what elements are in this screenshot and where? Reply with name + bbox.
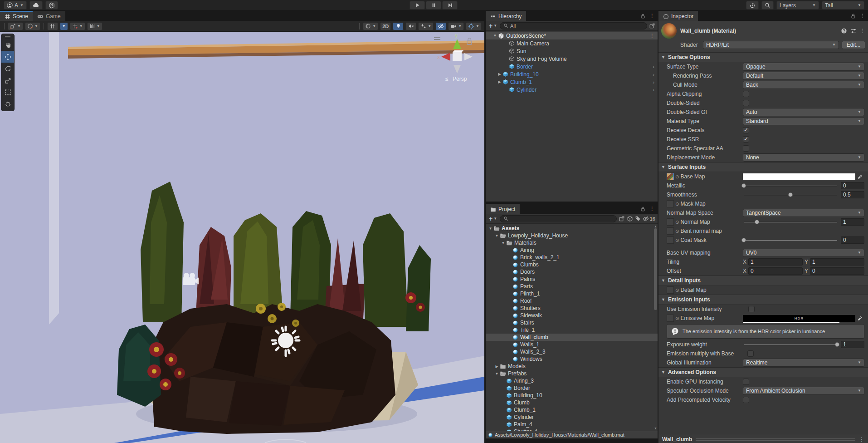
surface-type-dropdown[interactable]: Opaque▼ bbox=[743, 63, 864, 71]
project-material-row[interactable]: Parts bbox=[486, 283, 658, 290]
project-material-row[interactable]: Brick_walls_2_1 bbox=[486, 254, 658, 261]
double-sided-checkbox[interactable] bbox=[743, 100, 749, 106]
project-material-row[interactable]: Shutters bbox=[486, 305, 658, 312]
section-surface-inputs[interactable]: ▼ Surface Inputs bbox=[658, 162, 868, 172]
eyedropper-icon[interactable] bbox=[855, 173, 864, 180]
receive-decals-checkbox[interactable] bbox=[743, 127, 749, 133]
project-folder-row[interactable]: ▼ Prefabs bbox=[486, 370, 658, 377]
displacement-mode-dropdown[interactable]: None▼ bbox=[743, 153, 864, 162]
project-material-row[interactable]: Clumbs bbox=[486, 261, 658, 268]
cull-mode-dropdown[interactable]: Back▼ bbox=[743, 81, 864, 89]
alpha-clipping-checkbox[interactable] bbox=[743, 91, 749, 97]
scene-lighting-toggle[interactable] bbox=[393, 22, 404, 30]
offset-x-field[interactable]: 0 bbox=[748, 267, 803, 275]
kebab-menu-icon[interactable]: ⋮ bbox=[649, 13, 655, 19]
kebab-menu-icon[interactable]: ⋮ bbox=[859, 436, 864, 443]
project-prefab-row[interactable]: Airing_3 bbox=[486, 377, 658, 384]
kebab-menu-icon[interactable]: ⋮ bbox=[860, 28, 865, 34]
coat-mask-slider[interactable] bbox=[744, 237, 837, 243]
unlock-icon[interactable] bbox=[640, 13, 646, 19]
tool-handle-position-dropdown[interactable]: ▼ bbox=[8, 22, 23, 30]
geometric-specular-aa-checkbox[interactable] bbox=[743, 145, 749, 152]
object-picker-icon[interactable]: ⊙ bbox=[675, 316, 679, 321]
tab-project[interactable]: Project bbox=[486, 204, 520, 214]
emissive-hdr-color-swatch[interactable]: HDR bbox=[743, 315, 855, 322]
section-detail-inputs[interactable]: ▼ Detail Inputs bbox=[658, 276, 868, 285]
layers-dropdown[interactable]: Layers ▼ bbox=[776, 1, 819, 10]
presets-icon[interactable] bbox=[850, 28, 857, 34]
project-material-row-selected[interactable]: Wall_clumb bbox=[486, 334, 658, 341]
step-button[interactable] bbox=[442, 1, 458, 10]
create-object-button[interactable]: +▼ bbox=[488, 22, 498, 30]
coat-mask-slot[interactable] bbox=[667, 236, 674, 244]
project-material-row[interactable]: Sidewalk bbox=[486, 312, 658, 319]
tools-overlay[interactable] bbox=[1, 34, 15, 111]
normal-map-slot[interactable] bbox=[667, 218, 674, 226]
metallic-slider[interactable] bbox=[744, 182, 837, 189]
project-material-row[interactable]: Airing bbox=[486, 246, 658, 254]
foldout-arrow-icon[interactable]: ▶ bbox=[497, 80, 502, 84]
shader-edit-button[interactable]: Edit... bbox=[842, 41, 865, 49]
use-emission-intensity-checkbox[interactable] bbox=[748, 306, 755, 312]
tiling-y-field[interactable]: 1 bbox=[810, 258, 864, 266]
section-emission-inputs[interactable]: ▼ Emission Inputs bbox=[658, 295, 868, 305]
account-dropdown[interactable]: A ▼ bbox=[4, 1, 27, 10]
smoothness-value-field[interactable]: 0.5 bbox=[841, 191, 864, 198]
project-material-row[interactable]: Walls_2_3 bbox=[486, 348, 658, 355]
gpu-instancing-checkbox[interactable] bbox=[743, 379, 749, 385]
prefab-chevron-icon[interactable]: › bbox=[653, 72, 658, 77]
bent-normal-map-slot[interactable] bbox=[667, 227, 674, 235]
receive-ssr-checkbox[interactable] bbox=[743, 136, 749, 143]
emissive-map-slot[interactable] bbox=[667, 315, 674, 322]
effects-dropdown[interactable]: ▼ bbox=[418, 22, 434, 30]
snap-increment-dropdown[interactable]: ▼ bbox=[87, 22, 102, 30]
hidden-packages-toggle[interactable]: 16 bbox=[643, 216, 655, 222]
project-folder-row[interactable]: ▶ Models bbox=[486, 363, 658, 370]
tool-handle-rotation-dropdown[interactable]: ▼ bbox=[25, 22, 40, 30]
metallic-value-field[interactable]: 0 bbox=[841, 182, 864, 189]
emission-multiply-base-checkbox[interactable] bbox=[747, 350, 754, 357]
exposure-weight-slider[interactable] bbox=[744, 341, 837, 348]
foldout-arrow-icon[interactable]: ▼ bbox=[492, 34, 498, 38]
project-material-row[interactable]: Tile_1 bbox=[486, 326, 658, 334]
project-prefab-row[interactable]: Shutter_4 bbox=[486, 428, 658, 431]
project-prefab-row[interactable]: Building_10 bbox=[486, 392, 658, 399]
object-picker-icon[interactable]: ⊙ bbox=[675, 202, 679, 207]
mask-map-slot[interactable] bbox=[667, 200, 674, 207]
scroll-up-icon[interactable]: ▲ bbox=[654, 225, 657, 228]
coat-mask-value-field[interactable]: 0 bbox=[841, 236, 864, 244]
project-folder-row[interactable]: ▼ Lowpoly_Holiday_House bbox=[486, 232, 658, 239]
move-tool-button[interactable] bbox=[1, 51, 14, 63]
scroll-down-icon[interactable]: ▼ bbox=[654, 427, 657, 430]
rotate-tool-button[interactable] bbox=[1, 63, 14, 74]
open-window-icon[interactable] bbox=[619, 216, 625, 222]
2d-toggle[interactable]: 2D bbox=[380, 22, 391, 30]
prefab-chevron-icon[interactable]: › bbox=[653, 64, 658, 69]
project-material-row[interactable]: Walls_1 bbox=[486, 341, 658, 348]
help-icon[interactable] bbox=[841, 28, 847, 34]
hierarchy-item[interactable]: Sky and Fog Volume bbox=[486, 55, 658, 63]
section-surface-options[interactable]: ▼ Surface Options bbox=[658, 52, 868, 62]
tab-hierarchy[interactable]: Hierarchy bbox=[486, 11, 526, 21]
exposure-weight-field[interactable]: 1 bbox=[841, 341, 864, 348]
rect-tool-button[interactable] bbox=[1, 86, 14, 98]
normal-map-space-dropdown[interactable]: TangentSpace▼ bbox=[743, 209, 864, 217]
tab-game[interactable]: Game bbox=[33, 11, 65, 21]
project-material-row[interactable]: Doors bbox=[486, 268, 658, 276]
shader-dropdown[interactable]: HDRP/Lit ▼ bbox=[703, 41, 839, 49]
hierarchy-scene-row[interactable]: ▼ OutdoorsScene* ⋮ bbox=[486, 32, 658, 39]
tab-scene[interactable]: Scene bbox=[0, 11, 33, 21]
hierarchy-item[interactable]: ▶ Clumb_1 › bbox=[486, 78, 658, 86]
normal-map-value-field[interactable]: 1 bbox=[841, 218, 864, 226]
open-window-icon[interactable] bbox=[649, 23, 655, 29]
foldout-arrow-icon[interactable]: ▶ bbox=[497, 72, 502, 76]
project-material-row[interactable]: Palms bbox=[486, 276, 658, 283]
project-prefab-row[interactable]: Clumb_1 bbox=[486, 406, 658, 413]
project-material-row[interactable]: Stairs bbox=[486, 319, 658, 326]
project-prefab-row[interactable]: Border bbox=[486, 384, 658, 392]
hierarchy-item[interactable]: Sun bbox=[486, 47, 658, 55]
shading-mode-dropdown[interactable]: ▼ bbox=[363, 22, 378, 30]
hierarchy-item[interactable]: Cylinder › bbox=[486, 86, 658, 94]
undo-history-button[interactable] bbox=[746, 1, 759, 10]
hierarchy-search-input[interactable]: All bbox=[500, 22, 647, 30]
